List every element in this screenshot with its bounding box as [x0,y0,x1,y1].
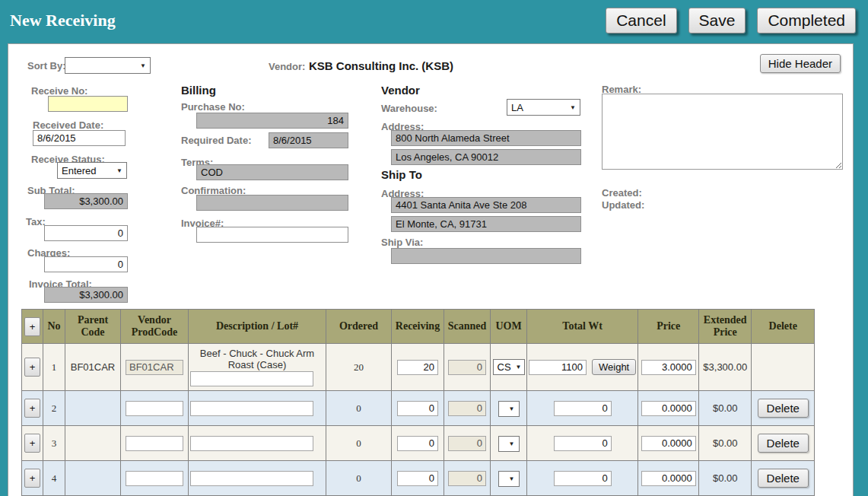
row-no: 1 [43,344,65,391]
sub-total-value: $3,300.00 [44,193,128,209]
save-button[interactable]: Save [688,8,746,33]
row-no: 3 [43,426,65,461]
remark-textarea[interactable] [602,94,843,170]
tax-input[interactable] [44,225,128,241]
parent-code-value [65,426,121,461]
terms-value: COD [196,164,348,180]
ship-to-section-title: Ship To [381,168,422,181]
description-input[interactable] [190,401,313,416]
vendor-address-line1: 800 North Alameda Street [391,130,581,146]
uom-select[interactable]: ▼ [498,436,520,452]
page-title: New Receiving [10,11,116,30]
table-row: + 4 0 ▼ $0.00 Delete [22,461,815,496]
chevron-down-icon: ▼ [516,364,522,370]
table-row: + 2 0 ▼ $0.00 Delete [22,391,815,426]
row-no: 4 [43,461,65,496]
extended-price-value: $0.00 [699,426,752,461]
sort-by-label: Sort By: [27,60,66,72]
column-header-price: Price [638,310,699,344]
required-date-value: 8/6/2015 [269,132,348,148]
add-row-button[interactable]: + [24,317,40,336]
delete-row-button[interactable]: Delete [758,469,809,488]
delete-row-button[interactable]: Delete [758,399,809,418]
uom-select[interactable]: CS ▼ [493,359,525,375]
vendor-prodcode-input [126,360,183,375]
vendor-section-title: Vendor [381,84,420,97]
price-input[interactable] [641,471,696,486]
delete-row-button[interactable]: Delete [758,434,809,453]
vendor-prodcode-input[interactable] [126,471,183,486]
sort-by-select[interactable]: ▼ [65,57,151,74]
receive-status-select[interactable]: Entered ▼ [57,162,127,179]
tax-label: Tax: [26,216,46,227]
column-header-extended-price: Extended Price [699,310,752,344]
main-panel: Sort By: ▼ Vendor: KSB Consulting Inc. (… [8,43,854,496]
chevron-down-icon: ▼ [116,167,122,174]
column-header-delete: Delete [752,310,815,344]
price-input[interactable] [641,360,696,375]
ship-to-address-line2: El Monte, CA, 91731 [391,216,581,232]
description-input[interactable] [190,436,313,451]
chevron-down-icon: ▼ [570,104,576,111]
expand-row-button[interactable]: + [24,469,40,488]
column-header-vendor-prodcode: Vendor ProdCode [121,310,189,344]
extended-price-value: $0.00 [699,391,752,426]
cancel-button[interactable]: Cancel [606,8,676,33]
total-wt-input[interactable] [529,360,587,375]
topbar-actions: Cancel Save Completed [606,8,856,33]
hide-header-button[interactable]: Hide Header [760,54,841,73]
expand-row-button[interactable]: + [24,434,40,453]
ship-to-address-line1: 4401 Santa Anita Ave Ste 208 [391,197,581,213]
receiving-input[interactable] [397,436,438,451]
scanned-input [448,360,486,375]
invoice-total-value: $3,300.00 [44,287,128,303]
vendor-prodcode-input[interactable] [126,436,183,451]
weight-button[interactable]: Weight [592,359,636,375]
billing-section-title: Billing [181,84,216,97]
total-wt-input[interactable] [554,401,612,416]
line-items-table: + No Parent Code Vendor ProdCode Descrip… [21,309,815,496]
column-header-total-wt: Total Wt [527,310,638,344]
description-input[interactable] [190,471,313,486]
row-no: 2 [43,391,65,426]
total-wt-input[interactable] [554,436,612,451]
total-wt-input[interactable] [554,471,612,486]
parent-code-value [65,391,121,426]
receiving-input[interactable] [397,471,438,486]
receiving-input[interactable] [397,401,438,416]
ordered-value: 20 [326,344,392,391]
expand-row-button[interactable]: + [24,399,40,418]
lot-input[interactable] [190,371,313,386]
scanned-input [448,471,486,486]
received-date-input[interactable] [33,130,126,146]
purchase-no-value: 184 [196,113,348,129]
scanned-input [448,436,486,451]
price-input[interactable] [641,401,696,416]
column-header-uom: UOM [491,310,527,344]
uom-selected-value: CS [498,361,511,373]
receiving-input[interactable] [397,360,438,375]
uom-select[interactable]: ▼ [498,471,520,487]
ordered-value: 0 [326,461,392,496]
column-header-no: No [43,310,65,344]
price-input[interactable] [641,436,696,451]
charges-input[interactable] [44,256,128,272]
warehouse-select[interactable]: LA ▼ [507,99,580,116]
receive-no-input[interactable] [48,96,128,112]
table-header-row: + No Parent Code Vendor ProdCode Descrip… [22,310,815,344]
title-bar: New Receiving Cancel Save Completed [0,0,868,43]
confirmation-value [196,195,348,211]
warehouse-label: Warehouse: [381,103,437,114]
chevron-down-icon: ▼ [509,440,515,447]
updated-label: Updated: [602,199,644,211]
completed-button[interactable]: Completed [757,8,856,33]
receive-status-selected-value: Entered [62,165,97,176]
column-header-description: Description / Lot# [189,310,326,344]
ship-via-label: Ship Via: [381,237,423,248]
column-header-ordered: Ordered [326,310,392,344]
invoice-no-input[interactable] [196,227,348,243]
vendor-prodcode-input[interactable] [126,401,183,416]
uom-select[interactable]: ▼ [498,401,520,417]
created-label: Created: [602,187,642,199]
expand-row-button[interactable]: + [24,358,40,377]
